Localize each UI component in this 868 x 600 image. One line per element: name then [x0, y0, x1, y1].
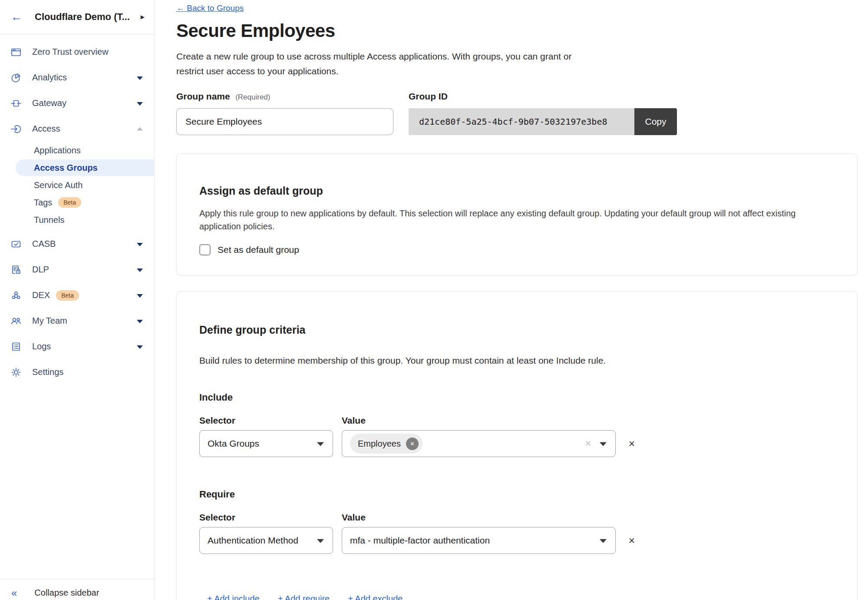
sidebar-item-tunnels[interactable]: Tunnels [0, 211, 154, 229]
sidebar-item-label: Tags [34, 198, 52, 208]
add-include-link[interactable]: + Add include [207, 594, 260, 600]
sidebar-item-settings[interactable]: Settings [0, 359, 154, 385]
account-caret-icon[interactable]: ▶ [141, 14, 145, 20]
sidebar-item-service-auth[interactable]: Service Auth [0, 176, 154, 194]
page-description: Create a new rule group to use across mu… [176, 49, 587, 79]
remove-include-rule-button[interactable]: ✕ [628, 439, 635, 449]
page-title: Secure Employees [176, 20, 868, 41]
default-group-description: Apply this rule group to new application… [199, 207, 825, 233]
sidebar-item-label: DEX [32, 290, 50, 300]
sidebar-item-label: Service Auth [34, 180, 83, 190]
gateway-icon [10, 98, 22, 109]
remove-tag-icon[interactable]: ✕ [406, 438, 419, 450]
back-to-groups-link[interactable]: ← Back to Groups [176, 3, 244, 13]
default-group-card: Assign as default group Apply this rule … [176, 153, 858, 275]
access-login-icon [10, 123, 22, 135]
include-rule-row: Okta Groups Employees ✕ ✕ ✕ [199, 430, 835, 457]
beta-badge: Beta [56, 290, 79, 301]
clear-all-icon[interactable]: ✕ [584, 438, 592, 449]
sidebar-item-access[interactable]: Access [0, 116, 154, 142]
value-tag: Employees ✕ [350, 434, 422, 454]
collapse-sidebar-label: Collapse sidebar [34, 588, 99, 598]
criteria-card: Define group criteria Build rules to det… [176, 291, 858, 600]
add-exclude-link[interactable]: + Add exclude [348, 594, 403, 600]
require-selector-value: Authentication Method [208, 535, 298, 546]
chevron-down-icon [137, 102, 143, 105]
remove-require-rule-button[interactable]: ✕ [628, 536, 635, 546]
require-heading: Require [199, 489, 835, 500]
set-default-group-row[interactable]: Set as default group [199, 244, 835, 255]
add-require-link[interactable]: + Add require [278, 594, 330, 600]
collapse-chevrons-icon: « [11, 588, 17, 598]
chevron-up-icon [137, 127, 143, 130]
include-heading: Include [199, 392, 835, 403]
sidebar-item-dex[interactable]: DEX Beta [0, 282, 154, 308]
sidebar-nav: Zero Trust overview Analytics Gateway [0, 34, 154, 385]
chevron-down-icon [317, 442, 324, 446]
sidebar-item-casb[interactable]: CASB [0, 231, 154, 257]
chevron-down-icon [600, 442, 607, 446]
criteria-description: Build rules to determine membership of t… [199, 355, 835, 366]
sidebar-item-label: Tunnels [34, 215, 64, 225]
chevron-down-icon [137, 319, 143, 323]
chevron-down-icon [137, 345, 143, 348]
sidebar-item-label: Access Groups [34, 163, 98, 173]
include-value-multiselect[interactable]: Employees ✕ ✕ [342, 430, 616, 457]
sidebar-item-label: Access [32, 124, 60, 134]
set-default-group-label: Set as default group [218, 245, 299, 255]
include-selector-dropdown[interactable]: Okta Groups [199, 430, 333, 457]
sidebar: ← Cloudflare Demo (T... ▶ Zero Trust ove… [0, 0, 155, 600]
sidebar-item-dlp[interactable]: DLP [0, 257, 154, 282]
sidebar-item-analytics[interactable]: Analytics [0, 65, 154, 90]
sidebar-item-label: My Team [32, 316, 67, 326]
sidebar-item-gateway[interactable]: Gateway [0, 90, 154, 116]
account-name: Cloudflare Demo (T... [35, 11, 130, 23]
group-id-value: d21ce80f-5a25-4bcf-9b07-5032197e3be8 [409, 108, 634, 135]
sidebar-item-tags[interactable]: Tags Beta [0, 194, 154, 211]
sidebar-item-label: Settings [32, 367, 63, 377]
criteria-title: Define group criteria [199, 324, 835, 336]
group-name-input[interactable] [176, 108, 393, 135]
sidebar-item-logs[interactable]: Logs [0, 334, 154, 359]
dlp-document-lock-icon [10, 264, 22, 275]
sidebar-item-my-team[interactable]: My Team [0, 308, 154, 334]
chevron-down-icon [600, 539, 607, 543]
people-icon [10, 315, 22, 327]
page: ← Cloudflare Demo (T... ▶ Zero Trust ove… [0, 0, 868, 600]
collapse-sidebar-button[interactable]: « Collapse sidebar [0, 579, 155, 600]
value-tag-label: Employees [358, 439, 401, 449]
group-name-id-row: Group name (Required) Group ID d21ce80f-… [176, 91, 868, 135]
set-default-group-checkbox[interactable] [199, 244, 211, 255]
sidebar-item-label: DLP [32, 265, 49, 275]
dashboard-window-icon [10, 46, 22, 58]
casb-check-icon [10, 239, 22, 250]
require-value-dropdown[interactable]: mfa - multiple-factor authentication [342, 527, 616, 554]
back-arrow-icon[interactable]: ← [10, 11, 23, 23]
require-rule-row: Authentication Method mfa - multiple-fac… [199, 527, 835, 554]
sidebar-item-label: Logs [32, 341, 51, 351]
sidebar-item-label: Analytics [32, 73, 67, 83]
group-name-label: Group name [176, 91, 230, 101]
sidebar-item-applications[interactable]: Applications [0, 142, 154, 159]
beta-badge: Beta [58, 197, 81, 208]
sidebar-item-label: Applications [34, 146, 81, 156]
dex-cluster-icon [10, 290, 22, 301]
copy-button[interactable]: Copy [634, 108, 677, 135]
chevron-down-icon [137, 242, 143, 246]
chevron-down-icon [137, 76, 143, 80]
include-selector-value: Okta Groups [208, 438, 259, 449]
include-selector-label: Selector [199, 415, 342, 426]
sidebar-item-label: Zero Trust overview [32, 47, 109, 57]
required-hint: (Required) [235, 93, 270, 101]
require-selector-dropdown[interactable]: Authentication Method [199, 527, 333, 554]
main-content: ← Back to Groups Secure Employees Create… [155, 0, 868, 600]
chevron-down-icon [137, 294, 143, 297]
sidebar-item-access-groups[interactable]: Access Groups [0, 159, 154, 176]
sidebar-item-label: Gateway [32, 98, 66, 108]
account-header[interactable]: ← Cloudflare Demo (T... ▶ [0, 0, 154, 34]
include-value-label: Value [342, 415, 366, 426]
rule-actions-row: + Add include + Add require + Add exclud… [199, 594, 835, 600]
require-value-text: mfa - multiple-factor authentication [350, 535, 490, 546]
chevron-down-icon [137, 268, 143, 272]
sidebar-item-zero-trust-overview[interactable]: Zero Trust overview [0, 39, 154, 65]
